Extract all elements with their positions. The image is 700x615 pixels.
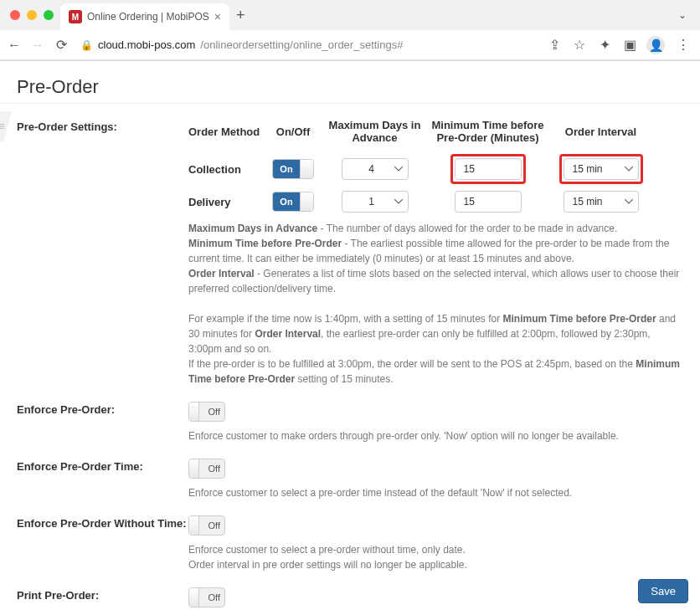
browser-tab[interactable]: M Online Ordering | MobiPOS × <box>60 3 229 30</box>
header-days: Maximum Days in Advance <box>318 119 431 144</box>
toggle-knob <box>300 192 313 211</box>
header-mintime: Minimum Time before Pre-Order (Minutes) <box>431 119 544 144</box>
settings-grid-header: Order Method On/Off Maximum Days in Adva… <box>188 119 683 144</box>
profile-avatar[interactable]: 👤 <box>646 36 665 54</box>
enforce-preorder-desc: Enforce customer to make orders through … <box>188 428 683 443</box>
url-path: /onlineordersetting/online_order_setting… <box>200 38 403 51</box>
tab-favicon: M <box>69 10 82 23</box>
enforce-preorder-without-time-desc2: Order interval in pre order settings wil… <box>188 557 683 572</box>
enforce-preorder-without-time-desc1: Enforce customer to select a pre-order w… <box>188 542 683 557</box>
toggle-off-label: Off <box>208 588 220 607</box>
tab-bar: M Online Ordering | MobiPOS × + ⌄ <box>0 0 700 30</box>
divider <box>0 103 700 104</box>
toggle-knob <box>300 160 313 178</box>
window-minimize-button[interactable] <box>27 10 37 20</box>
delivery-label: Delivery <box>188 196 268 208</box>
window-maximize-button[interactable] <box>44 10 54 20</box>
toggle-on-label: On <box>273 192 300 211</box>
extensions-icon[interactable]: ✦ <box>596 37 613 53</box>
enforce-preorder-without-time-label: Enforce Pre-Order Without Time: <box>17 515 188 530</box>
delivery-toggle[interactable]: On <box>272 192 314 212</box>
collection-interval-highlight: 15 min <box>559 154 643 184</box>
print-preorder-label: Print Pre-Order: <box>17 587 188 602</box>
enforce-preorder-toggle[interactable]: Off <box>188 402 225 422</box>
header-onoff: On/Off <box>268 126 318 138</box>
print-preorder-row: Print Pre-Order: Off Print pre-order rec… <box>17 587 683 615</box>
preorder-settings-label: Pre-Order Settings: <box>17 119 188 133</box>
new-tab-button[interactable]: + <box>229 7 252 24</box>
toggle-knob <box>189 402 199 421</box>
enforce-preorder-time-label: Enforce Pre-Order Time: <box>17 459 188 473</box>
enforce-preorder-time-row: Enforce Pre-Order Time: Off Enforce cust… <box>17 459 683 500</box>
back-button[interactable]: ← <box>7 38 22 53</box>
url-bar[interactable]: 🔒 cloud.mobi-pos.com/onlineordersetting/… <box>77 33 538 57</box>
delivery-row: Delivery On 1 15 min <box>188 191 683 213</box>
tabs-dropdown-icon[interactable]: ⌄ <box>678 9 693 21</box>
save-button[interactable]: Save <box>638 579 688 603</box>
delivery-mintime-input[interactable] <box>455 191 522 213</box>
enforce-preorder-time-desc: Enforce customer to select a pre-order t… <box>188 485 683 500</box>
collection-interval-select[interactable]: 15 min <box>564 158 639 180</box>
header-interval: Order Interval <box>544 126 657 138</box>
sidebar-expand-handle[interactable]: ≡ <box>0 111 12 141</box>
enforce-preorder-without-time-toggle[interactable]: Off <box>188 515 225 536</box>
delivery-days-select[interactable]: 1 <box>342 191 409 213</box>
tab-close-icon[interactable]: × <box>214 10 221 23</box>
enforce-preorder-time-toggle[interactable]: Off <box>188 459 225 479</box>
header-method: Order Method <box>188 126 268 138</box>
collection-days-select[interactable]: 4 <box>342 158 409 180</box>
toggle-knob <box>189 588 199 607</box>
print-preorder-toggle[interactable]: Off <box>188 587 225 607</box>
preorder-settings-row: Pre-Order Settings: Order Method On/Off … <box>17 119 683 387</box>
window-close-button[interactable] <box>10 10 20 20</box>
collection-row: Collection On 4 <box>188 154 683 184</box>
toggle-knob <box>189 516 199 535</box>
reload-button[interactable]: ⟳ <box>54 37 69 53</box>
url-domain: cloud.mobi-pos.com <box>98 38 195 51</box>
preorder-description: Maximum Days in Advance - The number of … <box>188 221 683 387</box>
lock-icon: 🔒 <box>80 39 93 51</box>
window-controls <box>7 10 60 20</box>
toggle-off-label: Off <box>208 402 220 421</box>
enforce-preorder-without-time-row: Enforce Pre-Order Without Time: Off Enfo… <box>17 515 683 572</box>
forward-button[interactable]: → <box>30 38 45 53</box>
sidepanel-icon[interactable]: ▣ <box>621 37 638 53</box>
delivery-interval-select[interactable]: 15 min <box>564 191 639 213</box>
toggle-knob <box>189 459 199 478</box>
browser-chrome: M Online Ordering | MobiPOS × + ⌄ ← → ⟳ … <box>0 0 700 61</box>
toggle-on-label: On <box>273 160 300 178</box>
collection-mintime-highlight <box>450 154 526 184</box>
share-icon[interactable]: ⇪ <box>546 37 563 53</box>
bookmark-icon[interactable]: ☆ <box>571 37 588 53</box>
enforce-preorder-row: Enforce Pre-Order: Off Enforce customer … <box>17 402 683 443</box>
kebab-menu-icon[interactable]: ⋮ <box>673 37 693 53</box>
tab-title: Online Ordering | MobiPOS <box>87 11 209 23</box>
collection-label: Collection <box>188 163 268 176</box>
toggle-off-label: Off <box>208 516 220 535</box>
preorder-heading: Pre-Order <box>17 76 683 98</box>
toggle-off-label: Off <box>208 459 220 478</box>
enforce-preorder-label: Enforce Pre-Order: <box>17 402 188 416</box>
browser-toolbar: ← → ⟳ 🔒 cloud.mobi-pos.com/onlineorderse… <box>0 30 700 60</box>
page-content: ≡ Pre-Order Pre-Order Settings: Order Me… <box>0 61 700 615</box>
collection-mintime-input[interactable] <box>455 158 522 180</box>
collection-toggle[interactable]: On <box>272 159 314 179</box>
